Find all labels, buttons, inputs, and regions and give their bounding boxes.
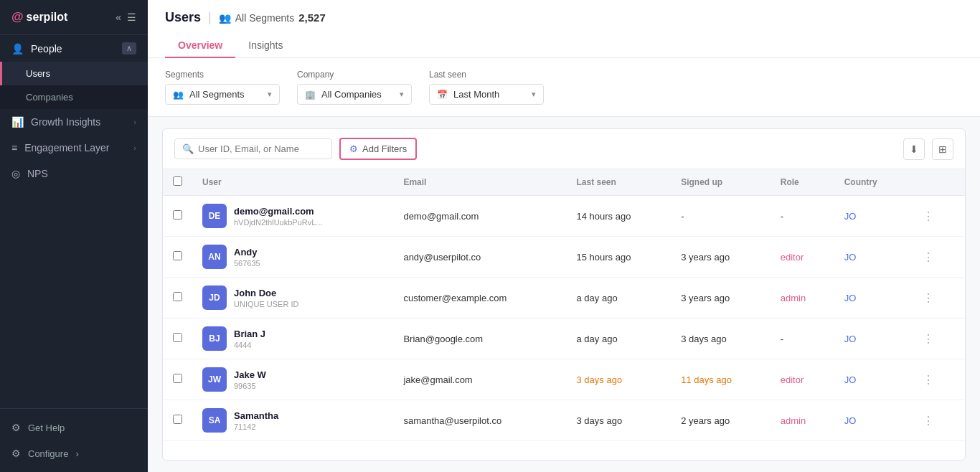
- user-name[interactable]: demo@gmail.com: [234, 206, 323, 217]
- user-id: UNIQUE USER ID: [234, 300, 298, 308]
- engagement-chevron-icon: ›: [133, 143, 136, 152]
- row-more-button[interactable]: ⋮: [918, 412, 938, 429]
- user-name[interactable]: Samantha: [234, 410, 278, 421]
- last-seen-select-value: Last Month: [453, 89, 499, 100]
- row-checkbox[interactable]: [173, 251, 182, 260]
- country-cell: JO: [834, 318, 909, 359]
- segments-filter-group: Segments 👥 All Segments ▾: [165, 70, 280, 105]
- tab-overview[interactable]: Overview: [165, 34, 235, 58]
- select-all-checkbox[interactable]: [173, 176, 182, 186]
- download-button[interactable]: ⬇: [903, 138, 925, 160]
- sidebar-item-get-help[interactable]: ⚙ Get Help: [0, 415, 148, 440]
- role-value: admin: [781, 415, 806, 426]
- sidebar-item-engagement-layer[interactable]: ≡ Engagement Layer ›: [0, 135, 148, 161]
- email-value[interactable]: jake@gmail.com: [403, 374, 472, 385]
- email-value[interactable]: demo@gmail.com: [403, 211, 479, 222]
- col-header-email: Email: [393, 169, 566, 196]
- filter-icon: ⚙: [349, 143, 358, 154]
- email-cell: jake@gmail.com: [393, 359, 566, 400]
- row-checkbox[interactable]: [173, 415, 182, 424]
- col-header-country: Country: [834, 169, 909, 196]
- signed-up-cell: 11 days ago: [671, 359, 771, 400]
- nps-icon: ◎: [11, 168, 20, 179]
- last-seen-filter-select[interactable]: 📅 Last Month ▾: [429, 84, 544, 105]
- configure-icon: ⚙: [11, 448, 21, 459]
- sidebar-item-users[interactable]: Users: [0, 62, 148, 85]
- country-value[interactable]: JO: [844, 374, 857, 385]
- country-value[interactable]: JO: [844, 334, 857, 344]
- segments-select-icon: 👥: [173, 90, 184, 100]
- people-collapse-button[interactable]: ∧: [122, 42, 136, 55]
- user-name[interactable]: John Doe: [234, 288, 298, 298]
- search-input[interactable]: [198, 143, 324, 154]
- search-icon: 🔍: [182, 143, 194, 154]
- user-cell: BJ Brian J 4444: [192, 318, 393, 359]
- sidebar-item-nps[interactable]: ◎ NPS: [0, 161, 148, 187]
- menu-button[interactable]: ☰: [127, 11, 136, 23]
- get-help-icon: ⚙: [11, 422, 21, 433]
- role-value: -: [781, 211, 783, 222]
- role-cell: editor: [771, 237, 834, 278]
- row-more-button[interactable]: ⋮: [918, 249, 938, 265]
- tab-insights[interactable]: Insights: [235, 34, 296, 58]
- last-seen-chevron-down-icon: ▾: [532, 90, 536, 99]
- user-cell: JW Jake W 99635: [192, 359, 393, 400]
- row-more-button[interactable]: ⋮: [918, 331, 938, 347]
- user-name[interactable]: Jake W: [234, 369, 266, 380]
- row-checkbox[interactable]: [173, 333, 182, 342]
- country-value[interactable]: JO: [844, 415, 857, 426]
- checkbox-header: [163, 169, 192, 196]
- signed-up-value: 2 years ago: [681, 415, 730, 426]
- row-more-button[interactable]: ⋮: [918, 290, 938, 306]
- company-filter-select[interactable]: 🏢 All Companies ▾: [297, 84, 412, 105]
- country-value[interactable]: JO: [844, 211, 857, 222]
- row-more-button[interactable]: ⋮: [918, 372, 938, 388]
- user-name[interactable]: Brian J: [234, 329, 265, 339]
- company-chevron-down-icon: ▾: [400, 90, 404, 99]
- sidebar-item-people[interactable]: 👤 People ∧: [0, 35, 148, 62]
- avatar: AN: [202, 245, 227, 269]
- row-checkbox[interactable]: [173, 374, 182, 383]
- sidebar: @serpilot « ☰ 👤 People ∧ Users Companies…: [0, 0, 148, 472]
- country-value[interactable]: JO: [844, 293, 857, 303]
- row-checkbox[interactable]: [173, 292, 182, 301]
- configure-chevron-icon: ›: [75, 448, 78, 459]
- last-seen-cell: 3 days ago: [567, 359, 672, 400]
- add-filters-button[interactable]: ⚙ Add Filters: [339, 138, 417, 160]
- email-value[interactable]: samantha@userpilot.co: [403, 415, 501, 426]
- role-cell: -: [771, 318, 834, 359]
- user-name[interactable]: Andy: [234, 247, 260, 258]
- sidebar-item-configure[interactable]: ⚙ Configure ›: [0, 440, 148, 466]
- segments-filter-select[interactable]: 👥 All Segments ▾: [165, 84, 280, 105]
- growth-insights-label: Growth Insights: [31, 116, 126, 128]
- email-value[interactable]: Brian@google.com: [403, 334, 483, 344]
- segment-name: All Segments: [235, 12, 294, 24]
- people-sub-nav: Users Companies: [0, 62, 148, 109]
- last-seen-cell: 15 hours ago: [567, 237, 672, 278]
- email-value[interactable]: customer@example.com: [403, 293, 507, 303]
- last-seen-cell: a day ago: [567, 318, 672, 359]
- actions-cell: ⋮: [908, 400, 965, 441]
- country-cell: JO: [834, 196, 909, 237]
- country-cell: JO: [834, 278, 909, 318]
- sidebar-item-companies[interactable]: Companies: [0, 85, 148, 109]
- last-seen-filter-group: Last seen 📅 Last Month ▾: [429, 70, 544, 105]
- sidebar-controls: « ☰: [116, 11, 136, 23]
- get-help-label: Get Help: [28, 423, 65, 433]
- grid-view-button[interactable]: ⊞: [932, 138, 953, 160]
- segments-filter-label: Segments: [165, 70, 280, 80]
- table-row: SA Samantha 71142 samantha@userpilot.co …: [163, 400, 965, 441]
- row-checkbox[interactable]: [173, 210, 182, 220]
- companies-label: Companies: [26, 92, 73, 103]
- sidebar-item-growth-insights[interactable]: 📊 Growth Insights ›: [0, 109, 148, 135]
- country-value[interactable]: JO: [844, 252, 857, 263]
- avatar: DE: [202, 204, 227, 228]
- collapse-sidebar-button[interactable]: «: [116, 11, 121, 23]
- row-more-button[interactable]: ⋮: [918, 208, 938, 225]
- table-area: 🔍 ⚙ Add Filters ⬇ ⊞: [162, 128, 966, 461]
- email-value[interactable]: andy@userpilot.co: [403, 252, 481, 263]
- main-content: Users | 👥 All Segments 2,527 Overview In…: [148, 0, 980, 472]
- segment-icon: 👥: [219, 12, 231, 24]
- signed-up-value: 11 days ago: [681, 374, 732, 385]
- row-checkbox-cell: [163, 400, 192, 441]
